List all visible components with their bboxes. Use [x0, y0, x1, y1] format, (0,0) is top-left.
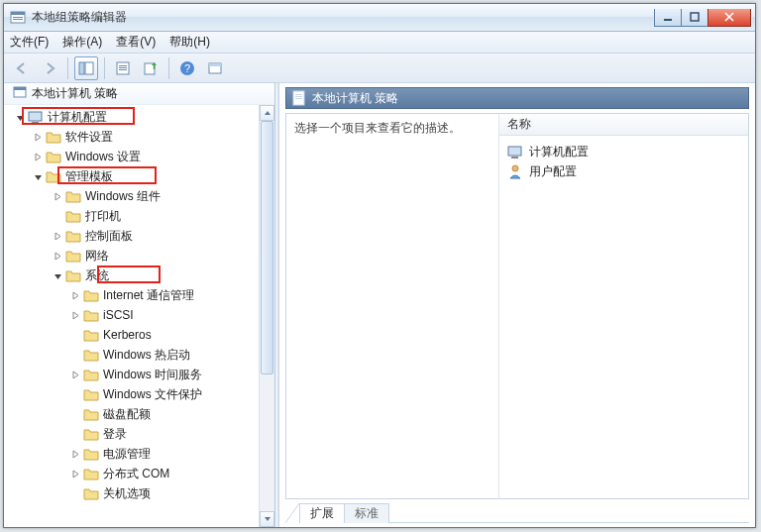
folder-icon: [83, 308, 99, 322]
tabs-filler: [388, 522, 749, 523]
tree-label: iSCSI: [103, 308, 134, 322]
svg-point-29: [512, 165, 518, 171]
list-item[interactable]: 计算机配置: [503, 142, 744, 161]
folder-icon: [83, 328, 99, 342]
folder-icon: [83, 387, 99, 401]
window-title: 本地组策略编辑器: [32, 9, 655, 26]
detail-pane: 本地计算机 策略 选择一个项目来查看它的描述。 名称 计算机配置: [279, 83, 755, 527]
collapse-icon[interactable]: [69, 464, 81, 483]
detail-body: 选择一个项目来查看它的描述。 名称 计算机配置 用户配置: [285, 113, 749, 499]
tree-root-row[interactable]: 本地计算机 策略: [4, 83, 274, 105]
tree-label: 系统: [85, 267, 109, 284]
svg-rect-28: [511, 157, 518, 159]
expand-icon[interactable]: [52, 266, 63, 285]
svg-rect-18: [209, 63, 221, 66]
filter-button[interactable]: [203, 56, 227, 80]
folder-icon: [46, 169, 61, 183]
export-button[interactable]: [139, 56, 163, 80]
collapse-icon[interactable]: [52, 246, 63, 266]
svg-rect-26: [295, 98, 302, 99]
tree-label: 分布式 COM: [103, 466, 169, 482]
detail-header-title: 本地计算机 策略: [312, 90, 398, 107]
menu-help[interactable]: 帮助(H): [169, 34, 210, 51]
tree-label: 网络: [85, 248, 109, 265]
collapse-icon[interactable]: [52, 186, 63, 206]
expand-icon[interactable]: [14, 107, 26, 127]
tree-pane: 本地计算机 策略 计算机配置: [4, 83, 275, 527]
scroll-up-button[interactable]: [260, 105, 274, 121]
collapse-icon[interactable]: [69, 444, 81, 464]
list-column: 名称 计算机配置 用户配置: [499, 114, 748, 498]
collapse-icon[interactable]: [32, 127, 44, 147]
folder-icon: [65, 189, 81, 203]
svg-rect-25: [295, 96, 302, 97]
computer-icon: [28, 109, 44, 125]
list-item-label: 用户配置: [529, 163, 577, 180]
menu-view[interactable]: 查看(V): [116, 34, 156, 51]
collapse-icon[interactable]: [32, 147, 44, 166]
folder-icon: [46, 150, 61, 163]
tab-standard[interactable]: 标准: [344, 503, 389, 523]
help-button[interactable]: ?: [175, 56, 199, 80]
svg-rect-13: [119, 69, 127, 70]
toolbar-separator: [104, 57, 105, 79]
tree-root-label: 本地计算机 策略: [32, 85, 118, 102]
svg-rect-11: [119, 65, 127, 66]
folder-icon: [46, 130, 61, 144]
tree-scrollbar[interactable]: [259, 105, 274, 527]
scroll-track[interactable]: [260, 121, 274, 511]
svg-rect-2: [13, 17, 23, 18]
menubar: 文件(F) 操作(A) 查看(V) 帮助(H): [4, 32, 755, 53]
tab-extended[interactable]: 扩展: [299, 503, 345, 523]
computer-icon: [507, 144, 523, 160]
window-controls: [655, 9, 751, 27]
svg-rect-21: [29, 112, 42, 121]
content-area: 本地计算机 策略 计算机配置: [4, 83, 755, 527]
back-button[interactable]: [10, 56, 34, 80]
app-icon: [10, 10, 26, 26]
svg-rect-4: [664, 19, 672, 21]
folder-icon: [83, 368, 99, 381]
folder-icon: [83, 447, 99, 461]
tree-label: Windows 热启动: [103, 347, 190, 364]
description-column: 选择一个项目来查看它的描述。: [286, 114, 499, 498]
detail-header: 本地计算机 策略: [285, 87, 749, 109]
tree-label: 管理模板: [65, 168, 113, 185]
forward-button[interactable]: [38, 56, 61, 80]
user-icon: [507, 163, 523, 179]
titlebar[interactable]: 本地组策略编辑器: [4, 4, 755, 32]
folder-icon: [83, 486, 99, 500]
tree-label: Kerberos: [103, 328, 152, 342]
collapse-icon[interactable]: [69, 305, 81, 325]
collapse-icon[interactable]: [52, 226, 63, 246]
tree-view[interactable]: 计算机配置 软件设置 Windows 设置: [4, 105, 259, 527]
column-header-name[interactable]: 名称: [499, 114, 748, 136]
svg-text:?: ?: [184, 62, 190, 74]
properties-button[interactable]: [111, 56, 135, 80]
svg-rect-5: [691, 13, 699, 21]
svg-rect-24: [295, 94, 302, 95]
show-tree-button[interactable]: [74, 56, 98, 80]
collapse-icon[interactable]: [69, 365, 81, 384]
tree-label: 关机选项: [103, 485, 151, 502]
list-item[interactable]: 用户配置: [503, 161, 744, 181]
tree-label: 软件设置: [65, 129, 113, 146]
menu-file[interactable]: 文件(F): [10, 34, 49, 51]
tree-label: Internet 通信管理: [103, 287, 194, 304]
scroll-down-button[interactable]: [260, 511, 274, 527]
folder-icon: [83, 427, 99, 441]
maximize-button[interactable]: [681, 9, 708, 27]
minimize-button[interactable]: [654, 9, 682, 27]
tree-label: 计算机配置: [48, 109, 107, 126]
collapse-icon[interactable]: [69, 285, 81, 305]
expand-icon[interactable]: [32, 166, 44, 186]
scroll-thumb[interactable]: [261, 121, 273, 374]
menu-action[interactable]: 操作(A): [62, 34, 102, 51]
folder-icon: [83, 348, 99, 362]
close-button[interactable]: [707, 9, 751, 27]
document-icon: [292, 90, 306, 106]
folder-icon: [65, 209, 81, 223]
svg-rect-3: [13, 19, 23, 20]
svg-rect-12: [119, 67, 127, 68]
folder-icon: [83, 467, 99, 480]
